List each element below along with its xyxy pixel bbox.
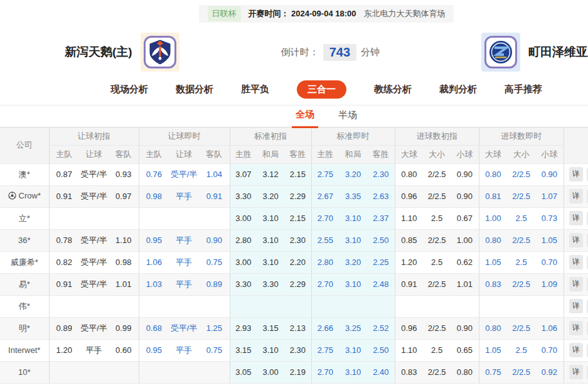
analysis-nav: 现场分析数据分析胜平负三合一教练分析裁判分析高手推荐 bbox=[0, 73, 588, 106]
odds-cell: 3.35 bbox=[339, 185, 367, 207]
home-team-logo bbox=[141, 33, 179, 72]
odds-cell: 0.83 bbox=[395, 361, 423, 383]
detail-button[interactable]: 详 bbox=[569, 189, 583, 203]
odds-cell: 2/2.5 bbox=[423, 273, 451, 295]
odds-cell: 1.20 bbox=[395, 251, 423, 273]
odds-cell: 2.40 bbox=[367, 361, 395, 383]
group-header-5: 进球数即时 bbox=[479, 127, 564, 145]
odds-cell: 2.30 bbox=[367, 163, 395, 185]
odds-cell: 3.10 bbox=[339, 273, 367, 295]
odds-cell: 受平/半 bbox=[79, 163, 109, 185]
detail-cell: 详 bbox=[564, 185, 588, 207]
odds-cell bbox=[230, 295, 257, 317]
odds-cell bbox=[79, 207, 109, 229]
detail-button[interactable]: 详 bbox=[569, 321, 583, 335]
odds-row-3: 36*0.78受平/半1.100.95平手0.902.803.102.302.5… bbox=[0, 229, 588, 251]
odds-cell: 1.10 bbox=[109, 229, 139, 251]
detail-cell: 详 bbox=[564, 163, 588, 185]
detail-button[interactable]: 详 bbox=[569, 167, 583, 181]
nav-tab-2[interactable]: 胜平负 bbox=[241, 84, 269, 95]
odds-cell: 1.06 bbox=[535, 317, 564, 339]
detail-cell: 详 bbox=[564, 317, 588, 339]
odds-cell: 1.05 bbox=[479, 251, 507, 273]
company-name: Interwet* bbox=[8, 345, 40, 355]
odds-cell: 0.90 bbox=[451, 317, 479, 339]
odds-cell: 平手 bbox=[169, 185, 199, 207]
odds-cell: 0.90 bbox=[199, 229, 230, 251]
detail-button[interactable]: 详 bbox=[569, 233, 583, 247]
odds-cell: 3.00 bbox=[257, 361, 284, 383]
detail-button[interactable]: 详 bbox=[569, 255, 583, 269]
odds-cell: 0.82 bbox=[49, 251, 79, 273]
detail-cell: 详 bbox=[564, 229, 588, 251]
sub-header-5-1: 大小 bbox=[507, 145, 535, 163]
nav-tab-5[interactable]: 裁判分析 bbox=[439, 84, 477, 95]
sub-header-4-0: 大球 bbox=[395, 145, 423, 163]
nav-tab-4[interactable]: 教练分析 bbox=[374, 84, 412, 95]
odds-cell: 2.20 bbox=[284, 251, 311, 273]
company-cell: Crow* bbox=[0, 185, 49, 207]
sub-header-3-1: 和局 bbox=[339, 145, 367, 163]
odds-cell: 0.96 bbox=[395, 317, 423, 339]
company-name: Crow* bbox=[19, 191, 41, 200]
odds-cell: 3.12 bbox=[257, 163, 284, 185]
countdown-label: 倒计时： bbox=[281, 46, 319, 58]
odds-cell: 1.20 bbox=[49, 339, 79, 361]
countdown: 倒计时： 743 分钟 bbox=[281, 44, 380, 61]
detail-button[interactable]: 详 bbox=[569, 365, 583, 379]
countdown-value: 743 bbox=[323, 44, 356, 61]
odds-cell: 受平/半 bbox=[79, 251, 109, 273]
odds-cell: 3.10 bbox=[257, 207, 284, 229]
odds-cell bbox=[139, 361, 169, 383]
odds-cell: 3.10 bbox=[339, 207, 367, 229]
company-cell: 10* bbox=[0, 361, 49, 383]
nav-tab-6[interactable]: 高手推荐 bbox=[505, 84, 542, 95]
odds-cell: 2.5 bbox=[423, 251, 451, 273]
odds-cell: 2.48 bbox=[367, 273, 395, 295]
detail-button[interactable]: 详 bbox=[569, 343, 583, 357]
subtab-0[interactable]: 全场 bbox=[292, 109, 318, 128]
odds-cell: 0.91 bbox=[395, 273, 423, 295]
odds-cell: 2.19 bbox=[284, 361, 311, 383]
odds-row-5: 易*0.91受平/半1.011.03平手0.893.303.302.292.70… bbox=[0, 273, 588, 295]
odds-cell: 3.20 bbox=[257, 185, 284, 207]
nav-tab-0[interactable]: 现场分析 bbox=[110, 84, 148, 95]
company-cell: 伟* bbox=[0, 295, 49, 317]
detail-button[interactable]: 详 bbox=[569, 277, 583, 291]
odds-cell: 0.80 bbox=[479, 163, 507, 185]
odds-cell: 2.15 bbox=[284, 207, 311, 229]
odds-cell bbox=[257, 295, 284, 317]
odds-cell: 受平/半 bbox=[169, 163, 199, 185]
odds-cell: 1.25 bbox=[199, 317, 230, 339]
company-cell: 立* bbox=[0, 207, 49, 229]
odds-cell: 2.75 bbox=[311, 163, 339, 185]
away-crest-icon bbox=[488, 40, 513, 65]
nav-tab-3[interactable]: 三合一 bbox=[297, 80, 346, 99]
odds-cell: 平手 bbox=[169, 251, 199, 273]
odds-cell bbox=[199, 295, 230, 317]
team-header: 新泻天鹅(主) 倒计时： 743 分钟 bbox=[0, 31, 588, 73]
odds-cell: 2.25 bbox=[367, 251, 395, 273]
detail-cell: 详 bbox=[564, 361, 588, 383]
group-header-2: 标准初指 bbox=[230, 127, 311, 145]
nav-tab-1[interactable]: 数据分析 bbox=[176, 84, 213, 95]
odds-row-1: Crow*0.91受平/半0.970.98平手0.913.303.202.292… bbox=[0, 185, 588, 207]
odds-cell: 0.90 bbox=[451, 163, 479, 185]
odds-cell: 3.05 bbox=[230, 361, 257, 383]
odds-cell: 2.70 bbox=[311, 361, 339, 383]
odds-cell: 0.60 bbox=[109, 339, 139, 361]
odds-cell: 0.91 bbox=[49, 185, 79, 207]
sub-header-4-2: 小球 bbox=[451, 145, 479, 163]
odds-cell: 0.80 bbox=[451, 361, 479, 383]
odds-cell: 2.30 bbox=[284, 229, 311, 251]
company-name: 立* bbox=[19, 213, 30, 224]
detail-button[interactable]: 详 bbox=[569, 211, 583, 225]
odds-cell: 0.98 bbox=[109, 251, 139, 273]
odds-row-2: 立*3.003.102.152.703.102.371.102.50.671.0… bbox=[0, 207, 588, 229]
sub-header-4-1: 大小 bbox=[423, 145, 451, 163]
detail-button[interactable]: 详 bbox=[569, 299, 583, 313]
football-icon bbox=[8, 192, 16, 200]
subtab-1[interactable]: 半场 bbox=[334, 109, 361, 127]
odds-cell: 3.30 bbox=[257, 273, 284, 295]
sub-header-1-0: 主队 bbox=[139, 145, 169, 163]
